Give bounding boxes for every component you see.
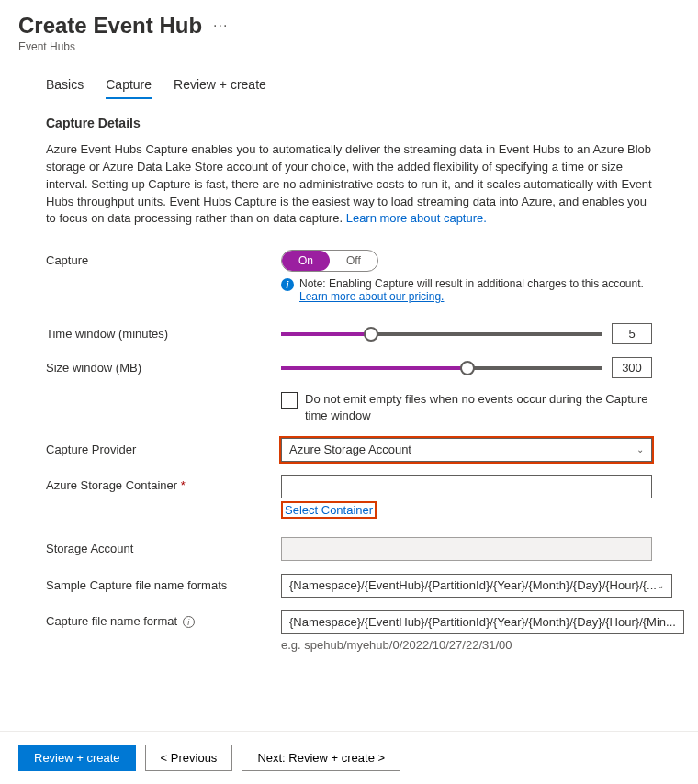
page-title: Create Event Hub xyxy=(18,13,202,39)
capture-toggle-off[interactable]: Off xyxy=(330,251,377,271)
tab-review-create[interactable]: Review + create xyxy=(174,77,266,99)
info-icon: i xyxy=(281,278,294,291)
capture-provider-value: Azure Storage Account xyxy=(289,442,411,456)
capture-toggle[interactable]: On Off xyxy=(281,250,378,272)
required-icon: * xyxy=(181,478,186,492)
storage-container-label: Azure Storage Container * xyxy=(46,475,281,492)
previous-button[interactable]: < Previous xyxy=(145,745,233,771)
capture-provider-label: Capture Provider xyxy=(46,442,281,456)
breadcrumb: Event Hubs xyxy=(18,40,680,53)
info-icon[interactable]: i xyxy=(183,616,195,628)
sample-formats-value: {Namespace}/{EventHub}/{PartitionId}/{Ye… xyxy=(289,578,657,592)
tab-capture[interactable]: Capture xyxy=(106,77,152,99)
tab-bar: Basics Capture Review + create xyxy=(0,59,698,99)
tab-basics[interactable]: Basics xyxy=(46,77,84,99)
time-window-value[interactable]: 5 xyxy=(612,323,652,344)
size-window-slider-thumb[interactable] xyxy=(460,361,475,375)
review-create-button[interactable]: Review + create xyxy=(18,745,136,771)
file-format-label: Capture file name format i xyxy=(46,610,281,629)
learn-more-capture-link[interactable]: Learn more about capture. xyxy=(346,211,487,225)
section-description: Azure Event Hubs Capture enables you to … xyxy=(46,141,652,228)
empty-files-checkbox[interactable] xyxy=(281,392,298,409)
storage-account-input xyxy=(281,537,652,561)
storage-container-input[interactable] xyxy=(281,475,652,498)
chevron-down-icon: ⌄ xyxy=(657,580,664,590)
select-container-link[interactable]: Select Container xyxy=(285,503,373,517)
time-window-slider-thumb[interactable] xyxy=(364,327,378,342)
capture-label: Capture xyxy=(46,250,281,267)
section-title: Capture Details xyxy=(46,116,652,130)
more-icon[interactable]: ··· xyxy=(213,17,228,34)
footer: Review + create < Previous Next: Review … xyxy=(0,731,698,784)
size-window-slider[interactable] xyxy=(281,366,602,370)
storage-account-label: Storage Account xyxy=(46,542,281,555)
size-window-label: Size window (MB) xyxy=(46,361,281,375)
empty-files-label: Do not emit empty files when no events o… xyxy=(305,391,652,424)
pricing-link[interactable]: Learn more about our pricing. xyxy=(299,290,444,303)
time-window-slider[interactable] xyxy=(281,332,602,336)
size-window-value[interactable]: 300 xyxy=(612,357,652,378)
file-format-example: e.g. spehub/myehub/0/2022/10/27/22/31/00 xyxy=(281,638,684,652)
capture-note: Note: Enabling Capture will result in ad… xyxy=(299,277,644,290)
capture-provider-select[interactable]: Azure Storage Account ⌄ xyxy=(281,438,652,462)
next-button[interactable]: Next: Review + create > xyxy=(242,745,400,771)
file-format-input[interactable]: {Namespace}/{EventHub}/{PartitionId}/{Ye… xyxy=(281,610,684,634)
chevron-down-icon: ⌄ xyxy=(636,444,644,454)
sample-formats-select[interactable]: {Namespace}/{EventHub}/{PartitionId}/{Ye… xyxy=(281,574,672,598)
capture-toggle-on[interactable]: On xyxy=(282,251,330,271)
sample-formats-label: Sample Capture file name formats xyxy=(46,578,281,592)
time-window-label: Time window (minutes) xyxy=(46,327,281,341)
